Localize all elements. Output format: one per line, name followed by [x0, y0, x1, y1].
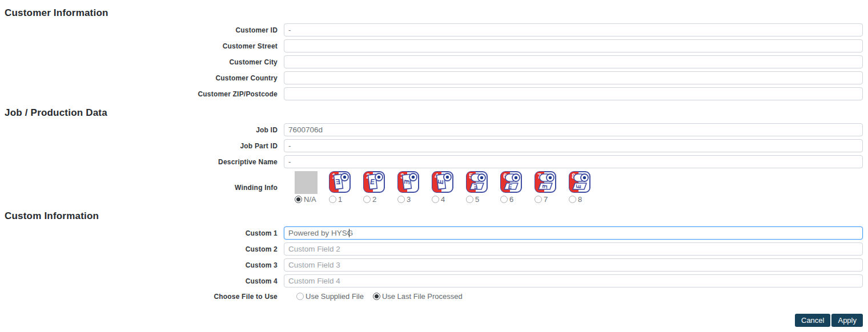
- winding-option-1: 1E1: [329, 171, 363, 204]
- svg-text:E: E: [576, 184, 582, 188]
- job-part-id-label: Job Part ID: [5, 142, 284, 150]
- winding-radio-1[interactable]: [329, 196, 336, 203]
- form-row-customer-street: Customer Street: [5, 39, 863, 52]
- custom-2-input[interactable]: [284, 242, 863, 256]
- section-title-customer-information: Customer Information: [5, 7, 863, 19]
- form-row-custom-3: Custom 3: [5, 258, 863, 272]
- winding-radio-5[interactable]: [466, 196, 473, 203]
- winding-radio-n-a[interactable]: [295, 196, 302, 203]
- cancel-button[interactable]: Cancel: [795, 314, 830, 327]
- winding-radio-row: 1: [329, 195, 342, 204]
- winding-radio-row: 2: [363, 195, 376, 204]
- winding-option-2: 2E2: [363, 171, 397, 204]
- winding-option-n-a: N/A: [295, 171, 329, 204]
- svg-text:E: E: [437, 179, 445, 184]
- file-choice-option-use-supplied-file: Use Supplied File: [296, 292, 364, 301]
- descriptive-name-input[interactable]: [284, 155, 863, 168]
- section-title-custom-information: Custom Information: [5, 210, 863, 222]
- form-row-custom-4: Custom 4: [5, 274, 863, 288]
- winding-roll-flat-5-icon: 5E: [466, 171, 488, 195]
- svg-text:E: E: [508, 184, 512, 190]
- winding-radio-row: 6: [500, 195, 513, 204]
- form-row-descriptive-name: Descriptive Name: [5, 155, 863, 168]
- winding-roll-hanging-3-icon: 3E: [397, 171, 419, 195]
- customer-city-label: Customer City: [5, 58, 284, 66]
- winding-option-5: 5E5: [466, 171, 500, 204]
- winding-option-6: 6E6: [500, 171, 535, 204]
- custom-4-input[interactable]: [284, 274, 863, 288]
- custom-2-label: Custom 2: [5, 245, 284, 253]
- winding-radio-row: 8: [569, 195, 582, 204]
- customer-id-input[interactable]: [284, 23, 863, 37]
- custom-4-label: Custom 4: [5, 277, 284, 285]
- job-id-input[interactable]: [284, 123, 863, 136]
- file-choice-option-use-last-file-processed: Use Last File Processed: [373, 292, 463, 301]
- customer-country-input[interactable]: [284, 71, 863, 84]
- winding-radio-label: 8: [578, 195, 582, 204]
- svg-text:E: E: [335, 178, 340, 186]
- form-row-customer-city: Customer City: [5, 55, 863, 68]
- winding-option-3: 3E3: [397, 171, 432, 204]
- winding-radio-row: 3: [397, 195, 411, 204]
- winding-radio-label: 4: [441, 195, 445, 204]
- winding-radio-row: N/A: [295, 195, 316, 204]
- form-row-customer-zip: Customer ZIP/Postcode: [5, 87, 863, 100]
- customer-id-label: Customer ID: [5, 26, 284, 34]
- winding-radio-2[interactable]: [363, 196, 371, 203]
- winding-options-group: N/A1E12E23E34E45E56E67E78E8: [295, 171, 603, 204]
- job-ticket-form: Customer Information Customer ID Custome…: [0, 0, 868, 327]
- file-choice-radio-use-supplied-file[interactable]: [296, 293, 304, 300]
- winding-roll-hanging-2-icon: 2E: [363, 171, 385, 195]
- custom-3-input[interactable]: [284, 258, 863, 272]
- svg-text:E: E: [541, 185, 548, 189]
- form-row-winding-info: Winding Info N/A1E12E23E34E45E56E67E78E8: [5, 171, 863, 204]
- customer-city-input[interactable]: [284, 55, 863, 68]
- form-row-choose-file: Choose File to Use Use Supplied FileUse …: [5, 292, 863, 301]
- winding-radio-8[interactable]: [569, 196, 576, 203]
- form-row-job-part-id: Job Part ID: [5, 139, 863, 152]
- file-choice-option-label: Use Supplied File: [306, 292, 364, 301]
- form-row-job-id: Job ID: [5, 123, 863, 136]
- winding-roll-flat-7-icon: 7E: [535, 171, 556, 195]
- custom-1-label: Custom 1: [5, 229, 284, 237]
- form-row-custom-2: Custom 2: [5, 242, 863, 256]
- form-row-customer-country: Customer Country: [5, 71, 863, 84]
- winding-radio-7[interactable]: [535, 196, 542, 203]
- winding-roll-hanging-1-icon: 1E: [329, 171, 351, 195]
- winding-na-box-icon: [295, 171, 318, 194]
- winding-radio-label: 3: [407, 195, 411, 204]
- winding-option-8: 8E8: [569, 171, 603, 204]
- form-row-customer-id: Customer ID: [5, 23, 863, 37]
- job-part-id-input[interactable]: [284, 139, 863, 152]
- winding-roll-flat-6-icon: 6E: [500, 171, 522, 195]
- winding-radio-row: 7: [535, 195, 548, 204]
- winding-radio-3[interactable]: [397, 196, 405, 203]
- winding-roll-flat-8-icon: 8E: [569, 171, 590, 195]
- text-cursor: [349, 229, 349, 237]
- footer-actions: Cancel Apply: [5, 314, 863, 327]
- svg-text:E: E: [370, 178, 375, 186]
- file-choice-radio-use-last-file-processed[interactable]: [373, 293, 380, 300]
- winding-radio-label: 2: [372, 195, 376, 204]
- winding-option-7: 7E7: [535, 171, 569, 204]
- apply-button[interactable]: Apply: [831, 314, 863, 327]
- section-title-job-production-data: Job / Production Data: [5, 107, 863, 119]
- customer-zip-label: Customer ZIP/Postcode: [5, 90, 284, 98]
- winding-radio-6[interactable]: [500, 196, 508, 203]
- winding-radio-row: 5: [466, 195, 479, 204]
- winding-na-placeholder-icon: [295, 171, 318, 195]
- customer-country-label: Customer Country: [5, 74, 284, 82]
- custom-1-input[interactable]: [284, 226, 863, 240]
- winding-roll-hanging-4-icon: 4E: [432, 171, 453, 195]
- file-choice-option-label: Use Last File Processed: [382, 292, 463, 301]
- winding-radio-label: 1: [338, 195, 342, 204]
- form-row-custom-1: Custom 1: [5, 226, 863, 240]
- winding-radio-label: 7: [544, 195, 548, 204]
- choose-file-label: Choose File to Use: [5, 293, 284, 301]
- customer-zip-input[interactable]: [284, 87, 863, 100]
- descriptive-name-label: Descriptive Name: [5, 158, 284, 166]
- winding-radio-4[interactable]: [432, 196, 439, 203]
- winding-radio-label: N/A: [304, 195, 316, 204]
- customer-street-input[interactable]: [284, 39, 863, 52]
- winding-option-4: 4E4: [432, 171, 466, 204]
